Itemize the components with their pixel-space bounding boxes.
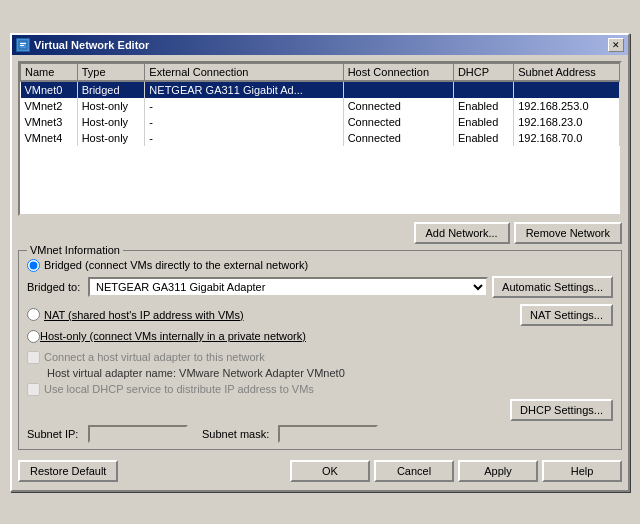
table-cell-2: -: [145, 98, 343, 114]
table-cell-3: Connected: [343, 114, 453, 130]
bridged-adapter-select[interactable]: NETGEAR GA311 Gigabit Adapter: [88, 277, 488, 297]
table-cell-4: [453, 81, 513, 98]
footer-action-buttons: OK Cancel Apply Help: [290, 460, 622, 482]
subnet-ip-label: Subnet IP:: [27, 428, 82, 440]
col-type: Type: [77, 63, 145, 81]
adapter-name-value: VMware Network Adapter VMnet0: [179, 367, 345, 379]
table-cell-2: -: [145, 114, 343, 130]
host-only-label[interactable]: Host-only (connect VMs internally in a p…: [40, 330, 306, 342]
table-cell-5: 192.168.253.0: [514, 98, 620, 114]
table-row[interactable]: VMnet4Host-only-ConnectedEnabled192.168.…: [21, 130, 620, 146]
table-cell-1: Host-only: [77, 130, 145, 146]
col-name: Name: [21, 63, 78, 81]
nat-radio-row: NAT (shared host's IP address with VMs): [27, 308, 244, 321]
nat-label-text: NAT (shared host's IP address with VMs): [44, 309, 244, 321]
local-dhcp-checkbox[interactable]: [27, 383, 40, 396]
subnet-row: Subnet IP: Subnet mask:: [27, 425, 613, 443]
table-cell-2: NETGEAR GA311 Gigabit Ad...: [145, 81, 343, 98]
col-host: Host Connection: [343, 63, 453, 81]
table-cell-1: Host-only: [77, 114, 145, 130]
dhcp-settings-container: DHCP Settings...: [27, 399, 613, 421]
network-action-buttons: Add Network... Remove Network: [18, 222, 622, 244]
title-bar: Virtual Network Editor ✕: [12, 35, 628, 55]
table-cell-0: VMnet3: [21, 114, 78, 130]
table-body: VMnet0BridgedNETGEAR GA311 Gigabit Ad...…: [21, 81, 620, 146]
main-window: Virtual Network Editor ✕ Name Type Exter…: [10, 33, 630, 492]
adapter-name-row: Host virtual adapter name: VMware Networ…: [47, 367, 613, 379]
table-cell-0: VMnet0: [21, 81, 78, 98]
table-cell-5: 192.168.70.0: [514, 130, 620, 146]
add-network-button[interactable]: Add Network...: [414, 222, 510, 244]
table-cell-0: VMnet2: [21, 98, 78, 114]
close-button[interactable]: ✕: [608, 38, 624, 52]
vmnet-info-group: VMnet Information Bridged (connect VMs d…: [18, 250, 622, 450]
bridged-radio-row: Bridged (connect VMs directly to the ext…: [27, 259, 613, 272]
table-cell-4: Enabled: [453, 98, 513, 114]
subnet-ip-input[interactable]: [88, 425, 188, 443]
table-cell-1: Host-only: [77, 98, 145, 114]
bridged-dropdown-container: NETGEAR GA311 Gigabit Adapter Automatic …: [88, 276, 613, 298]
table-cell-0: VMnet4: [21, 130, 78, 146]
bridged-radio[interactable]: [27, 259, 40, 272]
restore-default-button[interactable]: Restore Default: [18, 460, 118, 482]
title-bar-left: Virtual Network Editor: [16, 38, 149, 52]
table-row[interactable]: VMnet0BridgedNETGEAR GA311 Gigabit Ad...: [21, 81, 620, 98]
content-area: Name Type External Connection Host Conne…: [12, 55, 628, 490]
svg-rect-2: [20, 45, 24, 46]
dhcp-settings-button[interactable]: DHCP Settings...: [510, 399, 613, 421]
table-cell-5: [514, 81, 620, 98]
ok-button[interactable]: OK: [290, 460, 370, 482]
window-title: Virtual Network Editor: [34, 39, 149, 51]
svg-rect-1: [20, 43, 26, 44]
table-row[interactable]: VMnet3Host-only-ConnectedEnabled192.168.…: [21, 114, 620, 130]
network-table: Name Type External Connection Host Conne…: [20, 63, 620, 146]
col-subnet: Subnet Address: [514, 63, 620, 81]
bridged-to-label: Bridged to:: [27, 281, 82, 293]
connect-host-adapter-row: Connect a host virtual adapter to this n…: [27, 351, 613, 364]
apply-button[interactable]: Apply: [458, 460, 538, 482]
local-dhcp-label: Use local DHCP service to distribute IP …: [44, 383, 314, 395]
network-table-container: Name Type External Connection Host Conne…: [18, 61, 622, 216]
vmnet-info-title: VMnet Information: [27, 244, 123, 256]
nat-settings-button[interactable]: NAT Settings...: [520, 304, 613, 326]
cancel-button[interactable]: Cancel: [374, 460, 454, 482]
window-icon: [16, 38, 30, 52]
col-external: External Connection: [145, 63, 343, 81]
nat-row: NAT (shared host's IP address with VMs) …: [27, 304, 613, 326]
table-header-row: Name Type External Connection Host Conne…: [21, 63, 620, 81]
table-cell-4: Enabled: [453, 130, 513, 146]
host-only-label-text: Host-only (connect VMs internally in a p…: [40, 330, 306, 342]
table-row[interactable]: VMnet2Host-only-ConnectedEnabled192.168.…: [21, 98, 620, 114]
table-cell-4: Enabled: [453, 114, 513, 130]
connect-host-adapter-checkbox[interactable]: [27, 351, 40, 364]
footer-row: Restore Default OK Cancel Apply Help: [18, 456, 622, 484]
host-only-row: Host-only (connect VMs internally in a p…: [27, 330, 613, 343]
subnet-mask-label: Subnet mask:: [202, 428, 272, 440]
table-cell-3: Connected: [343, 130, 453, 146]
help-button[interactable]: Help: [542, 460, 622, 482]
col-dhcp: DHCP: [453, 63, 513, 81]
table-cell-2: -: [145, 130, 343, 146]
connect-host-adapter-label: Connect a host virtual adapter to this n…: [44, 351, 265, 363]
table-cell-3: Connected: [343, 98, 453, 114]
auto-settings-button[interactable]: Automatic Settings...: [492, 276, 613, 298]
bridged-label[interactable]: Bridged (connect VMs directly to the ext…: [44, 259, 308, 271]
adapter-name-prefix: Host virtual adapter name:: [47, 367, 179, 379]
table-cell-1: Bridged: [77, 81, 145, 98]
table-cell-3: [343, 81, 453, 98]
subnet-mask-input[interactable]: [278, 425, 378, 443]
local-dhcp-row: Use local DHCP service to distribute IP …: [27, 383, 613, 396]
table-cell-5: 192.168.23.0: [514, 114, 620, 130]
bridged-to-row: Bridged to: NETGEAR GA311 Gigabit Adapte…: [27, 276, 613, 298]
remove-network-button[interactable]: Remove Network: [514, 222, 622, 244]
nat-radio[interactable]: [27, 308, 40, 321]
host-only-radio[interactable]: [27, 330, 40, 343]
title-controls: ✕: [608, 38, 624, 52]
nat-label[interactable]: NAT (shared host's IP address with VMs): [44, 309, 244, 321]
